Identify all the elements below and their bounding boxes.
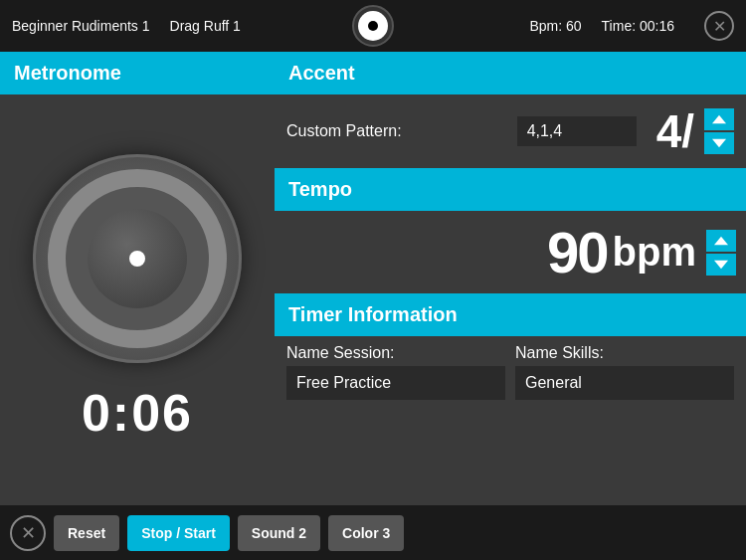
tempo-section: Tempo 90 bpm [275, 168, 746, 293]
metronome-header: Metronome [0, 52, 275, 94]
metronome-inner-circle [88, 209, 187, 308]
tempo-spinner [706, 230, 736, 276]
tempo-header: Tempo [275, 168, 746, 211]
metronome-circle [33, 154, 242, 363]
tempo-unit: bpm [613, 230, 696, 275]
logo-dot [368, 21, 378, 31]
bpm-label: Bpm: 60 [529, 18, 581, 34]
metronome-ring [48, 169, 227, 348]
metronome-panel: Metronome 0:06 [0, 52, 275, 505]
session-input[interactable] [286, 366, 505, 400]
timer-info-header: Timer Information [275, 293, 746, 336]
timer-inputs-row [275, 366, 746, 410]
accent-section: Accent Custom Pattern: 4/ [275, 52, 746, 168]
main-content: Metronome 0:06 Accent Custom Pattern: 4/ [0, 52, 746, 505]
time-label: Time: 00:16 [602, 18, 674, 34]
color3-button[interactable]: Color 3 [328, 515, 404, 551]
sound2-button[interactable]: Sound 2 [238, 515, 320, 551]
svg-marker-0 [712, 115, 726, 123]
top-close-button[interactable]: ✕ [704, 11, 734, 41]
custom-pattern-row: Custom Pattern: 4/ [275, 94, 746, 168]
bottom-bar: ✕ Reset Stop / Start Sound 2 Color 3 [0, 505, 746, 560]
timer-section: Timer Information Name Session: Name Ski… [275, 293, 746, 505]
top-bar-right: Bpm: 60 Time: 00:16 ✕ [529, 11, 734, 41]
time-value: 00:16 [640, 18, 674, 34]
timer-labels-row: Name Session: Name Skills: [275, 336, 746, 366]
tempo-value: 90 [547, 219, 608, 285]
app-logo [352, 5, 394, 47]
metronome-display: 0:06 [0, 94, 275, 502]
metronome-center-dot [129, 251, 145, 267]
tempo-down-button[interactable] [706, 254, 736, 276]
fraction-display: 4/ [656, 104, 694, 158]
accent-down-button[interactable] [704, 132, 734, 154]
tempo-row: 90 bpm [275, 211, 746, 293]
custom-pattern-input[interactable] [517, 116, 637, 146]
lesson-item: Drag Ruff 1 [170, 18, 241, 34]
svg-marker-2 [714, 236, 728, 244]
logo-inner [358, 11, 388, 41]
lesson-title: Beginner Rudiments 1 [12, 18, 150, 34]
skills-input[interactable] [515, 366, 734, 400]
reset-button[interactable]: Reset [54, 515, 119, 551]
accent-header: Accent [275, 52, 746, 94]
stop-start-button[interactable]: Stop / Start [127, 515, 230, 551]
accent-up-button[interactable] [704, 108, 734, 130]
right-panel: Accent Custom Pattern: 4/ Tempo 90 [275, 52, 746, 505]
svg-marker-3 [714, 260, 728, 268]
top-bar-left: Beginner Rudiments 1 Drag Ruff 1 [12, 18, 529, 34]
metronome-timer: 0:06 [82, 383, 193, 443]
top-bar-center [352, 5, 394, 47]
skills-label: Name Skills: [515, 344, 734, 362]
accent-spinner [704, 108, 734, 154]
top-bar: Beginner Rudiments 1 Drag Ruff 1 Bpm: 60… [0, 0, 746, 52]
svg-marker-1 [712, 139, 726, 147]
tempo-up-button[interactable] [706, 230, 736, 252]
custom-pattern-label: Custom Pattern: [286, 122, 507, 140]
bpm-value: 60 [566, 18, 582, 34]
bottom-close-button[interactable]: ✕ [10, 515, 46, 551]
session-label: Name Session: [286, 344, 505, 362]
